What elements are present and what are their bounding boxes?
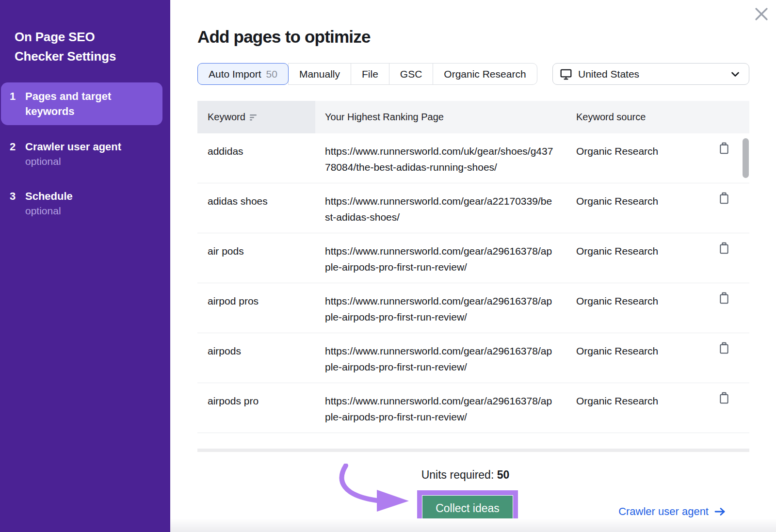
crawler-user-agent-link[interactable]: Crawler user agent [618, 505, 726, 518]
country-select[interactable]: United States [552, 63, 749, 85]
ranking-page-column-header: Your Highest Ranking Page [315, 101, 567, 133]
keyword-cell: airpods [197, 333, 315, 383]
delete-keyword-button[interactable] [719, 192, 729, 206]
delete-keyword-button[interactable] [719, 292, 729, 306]
import-tab[interactable]: Auto Import 50 [197, 63, 289, 85]
sidebar-step[interactable]: 3 Schedule optional [1, 182, 162, 224]
ranking-page-url-cell: https://www.runnersworld.com/gear/a22170… [315, 183, 567, 233]
sidebar-step[interactable]: 1 Pages and target keywords [1, 82, 162, 125]
table-header: Keyword Your Highest Ranking Page Keywor… [197, 101, 749, 133]
import-tab[interactable]: Manually [288, 63, 351, 85]
keyword-source-cell: Organic Research [567, 183, 708, 233]
chevron-down-icon [729, 68, 741, 80]
trash-icon [719, 292, 729, 304]
keyword-cell: air pods [197, 233, 315, 283]
actions-column-header [708, 101, 749, 133]
table-row: airpods pro https://www.runnersworld.com… [197, 383, 749, 433]
keyword-column-header[interactable]: Keyword [197, 101, 315, 133]
trash-icon [719, 142, 729, 154]
trash-icon [719, 342, 729, 354]
keyword-cell: adidas shoes [197, 183, 315, 233]
keyword-cell: airpod pros [197, 283, 315, 333]
monitor-icon [560, 68, 572, 81]
delete-keyword-button[interactable] [719, 342, 729, 355]
table-row: air pods https://www.runnersworld.com/ge… [197, 233, 749, 283]
trash-icon [719, 242, 729, 254]
controls-row: Auto Import 50 Manually File GSC Organic… [197, 63, 749, 85]
delete-keyword-button[interactable] [719, 142, 729, 156]
sidebar-step[interactable]: 2 Crawler user agent optional [1, 133, 162, 175]
import-tab[interactable]: File [351, 63, 389, 85]
ranking-page-url-cell: https://www.runnersworld.com/gear/a29616… [315, 233, 567, 283]
ranking-page-url-cell: https://www.runnersworld.com/gear/a29616… [315, 283, 567, 333]
table-row: airpods https://www.runnersworld.com/gea… [197, 333, 749, 383]
country-select-value: United States [578, 68, 639, 80]
trash-icon [719, 392, 729, 404]
keyword-source-column-header: Keyword source [567, 101, 708, 133]
table-row: adidas shoes https://www.runnersworld.co… [197, 183, 749, 233]
step-optional-label: optional [25, 204, 73, 218]
delete-keyword-button[interactable] [719, 242, 729, 256]
close-icon[interactable] [753, 6, 770, 22]
settings-sidebar: On Page SEO Checker Settings 1 Pages and… [0, 0, 170, 532]
table-row: addidas https://www.runnersworld.com/uk/… [197, 133, 749, 183]
page-title: Add pages to optimize [197, 0, 776, 47]
keyword-cell: airpods pro [197, 383, 315, 433]
ranking-page-url-cell: https://www.runnersworld.com/uk/gear/sho… [315, 133, 567, 183]
import-tab[interactable]: Organic Research [433, 63, 537, 85]
table-row: airpod pros https://www.runnersworld.com… [197, 283, 749, 333]
step-label: Crawler user agent [25, 139, 121, 154]
import-tab[interactable]: GSC [389, 63, 434, 85]
sidebar-title: On Page SEO Checker Settings [15, 27, 136, 66]
step-label: Schedule [25, 189, 73, 204]
step-number: 3 [10, 189, 21, 204]
step-label: Pages and target keywords [25, 89, 137, 119]
ranking-page-url-cell: https://www.runnersworld.com/gear/a29616… [315, 383, 567, 433]
step-number: 1 [10, 89, 21, 104]
sort-icon [250, 113, 258, 121]
keyword-source-cell: Organic Research [567, 133, 708, 183]
delete-keyword-button[interactable] [719, 392, 729, 405]
ranking-page-url-cell: https://www.runnersworld.com/gear/a29616… [315, 333, 567, 383]
keyword-source-cell: Organic Research [567, 233, 708, 283]
keyword-source-cell: Organic Research [567, 283, 708, 333]
import-tabs: Auto Import 50 Manually File GSC Organic… [197, 63, 537, 85]
main-panel: Add pages to optimize Auto Import 50 Man… [170, 0, 776, 532]
table-scrollbar[interactable] [743, 138, 749, 178]
step-optional-label: optional [25, 154, 121, 168]
keyword-source-cell: Organic Research [567, 333, 708, 383]
units-required: Units required: 50 [197, 468, 733, 482]
steps-nav: 1 Pages and target keywords 2 Crawler us… [0, 82, 170, 224]
step-number: 2 [10, 139, 21, 154]
keyword-source-cell: Organic Research [567, 383, 708, 433]
arrow-right-icon [714, 507, 726, 516]
table-bottom-divider [197, 449, 749, 452]
on-page-seo-checker-settings-modal: On Page SEO Checker Settings 1 Pages and… [0, 0, 776, 532]
trash-icon [719, 192, 729, 204]
keyword-cell: addidas [197, 133, 315, 183]
table-body: addidas https://www.runnersworld.com/uk/… [197, 133, 749, 433]
keywords-table: Keyword Your Highest Ranking Page Keywor… [197, 101, 749, 452]
collect-ideas-button[interactable]: Collect ideas [422, 496, 513, 521]
collect-ideas-highlight: Collect ideas [417, 490, 518, 526]
